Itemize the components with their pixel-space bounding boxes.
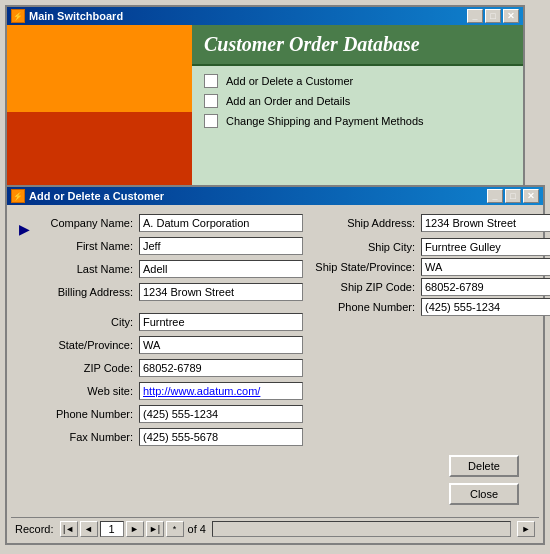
main-switchboard-window: ⚡ Main Switchboard _ □ ✕ Customer Order … [5,5,525,200]
right-phone-input[interactable] [421,298,550,316]
last-name-label: Last Name: [39,263,139,275]
city-input[interactable] [139,313,303,331]
phone-number-label: Phone Number: [39,408,139,420]
menu-item-2[interactable]: Add an Order and Details [204,94,511,108]
sidebar-top [7,25,192,112]
phone-number-row: Phone Number: [39,404,303,424]
company-name-row: Company Name: [39,213,303,233]
menu-item-1[interactable]: Add or Delete a Customer [204,74,511,88]
first-name-label: First Name: [39,240,139,252]
nav-last-button[interactable]: ►| [146,521,164,537]
ship-address-label: Ship Address: [311,217,421,229]
billing-address-label: Billing Address: [39,286,139,298]
right-form: Ship Address: Ship City: Ship State/Prov… [311,213,531,447]
right-buttons: Delete Close [311,447,531,513]
right-phone-row: Phone Number: [311,297,531,317]
app-icon: ⚡ [11,9,25,23]
close-button[interactable]: Close [449,483,519,505]
record-scrollbar[interactable] [212,521,511,537]
first-name-input[interactable] [139,237,303,255]
menu-label-1: Add or Delete a Customer [226,75,353,87]
zip-code-label: ZIP Code: [39,362,139,374]
ship-city-label: Ship City: [311,241,421,253]
maximize-button[interactable]: □ [485,9,501,23]
city-row: City: [39,312,303,332]
ship-city-input[interactable] [421,238,550,256]
menu-label-2: Add an Order and Details [226,95,350,107]
company-name-input[interactable] [139,214,303,232]
record-nav: Record: |◄ ◄ ► ►| * of 4 ► [11,517,539,539]
ship-state-label: Ship State/Province: [311,261,421,273]
main-switchboard-titlebar: ⚡ Main Switchboard _ □ ✕ [7,7,523,25]
customer-content: ▶ Company Name: First Name: Last Name: B… [7,205,543,543]
web-site-row: Web site: [39,381,303,401]
nav-next-button[interactable]: ► [126,521,144,537]
zip-code-row: ZIP Code: [39,358,303,378]
ship-zip-label: Ship ZIP Code: [311,281,421,293]
record-nav-label: Record: [15,523,54,535]
billing-address-input[interactable] [139,283,303,301]
customer-title: Add or Delete a Customer [29,190,164,202]
fax-number-row: Fax Number: [39,427,303,447]
ship-address-input[interactable] [421,214,550,232]
main-switchboard-title: Main Switchboard [29,10,123,22]
nav-new-button[interactable]: * [166,521,184,537]
web-site-input[interactable] [139,382,303,400]
menu-checkbox-2[interactable] [204,94,218,108]
nav-first-button[interactable]: |◄ [60,521,78,537]
record-total: of 4 [188,523,206,535]
ship-zip-input[interactable] [421,278,550,296]
ship-address-row: Ship Address: [311,213,531,233]
switchboard-sidebar [7,25,192,198]
menu-label-3: Change Shipping and Payment Methods [226,115,424,127]
menu-item-3[interactable]: Change Shipping and Payment Methods [204,114,511,128]
customer-window: ⚡ Add or Delete a Customer _ □ ✕ ▶ Compa… [5,185,545,545]
first-name-row: First Name: [39,236,303,256]
switchboard-menu: Add or Delete a Customer Add an Order an… [192,66,523,136]
switchboard-header: Customer Order Database [192,25,523,66]
record-number-input[interactable] [100,521,124,537]
zip-code-input[interactable] [139,359,303,377]
delete-button[interactable]: Delete [449,455,519,477]
state-province-label: State/Province: [39,339,139,351]
web-site-label: Web site: [39,385,139,397]
right-phone-label: Phone Number: [311,301,421,313]
customer-minimize-button[interactable]: _ [487,189,503,203]
customer-close-button[interactable]: ✕ [523,189,539,203]
menu-checkbox-1[interactable] [204,74,218,88]
record-indicator: ▶ [19,213,31,513]
ship-zip-row: Ship ZIP Code: [311,277,531,297]
switchboard-content: Customer Order Database Add or Delete a … [7,25,523,198]
close-button[interactable]: ✕ [503,9,519,23]
form-left: Company Name: First Name: Last Name: Bil… [39,213,303,513]
main-titlebar-controls: _ □ ✕ [467,9,519,23]
billing-address-row: Billing Address: [39,282,303,302]
customer-maximize-button[interactable]: □ [505,189,521,203]
last-name-input[interactable] [139,260,303,278]
fax-number-label: Fax Number: [39,431,139,443]
ship-state-input[interactable] [421,258,550,276]
company-name-label: Company Name: [39,217,139,229]
phone-number-input[interactable] [139,405,303,423]
state-province-row: State/Province: [39,335,303,355]
customer-titlebar-controls: _ □ ✕ [487,189,539,203]
customer-icon: ⚡ [11,189,25,203]
customer-titlebar: ⚡ Add or Delete a Customer _ □ ✕ [7,187,543,205]
nav-prev-button[interactable]: ◄ [80,521,98,537]
nav-scroll-right[interactable]: ► [517,521,535,537]
city-label: City: [39,316,139,328]
fax-number-input[interactable] [139,428,303,446]
switchboard-main: Customer Order Database Add or Delete a … [192,25,523,198]
minimize-button[interactable]: _ [467,9,483,23]
menu-checkbox-3[interactable] [204,114,218,128]
state-province-input[interactable] [139,336,303,354]
ship-state-row: Ship State/Province: [311,257,531,277]
right-section: Ship Address: Ship City: Ship State/Prov… [311,213,531,513]
ship-city-row: Ship City: [311,237,531,257]
form-area: ▶ Company Name: First Name: Last Name: B… [11,209,539,517]
last-name-row: Last Name: [39,259,303,279]
